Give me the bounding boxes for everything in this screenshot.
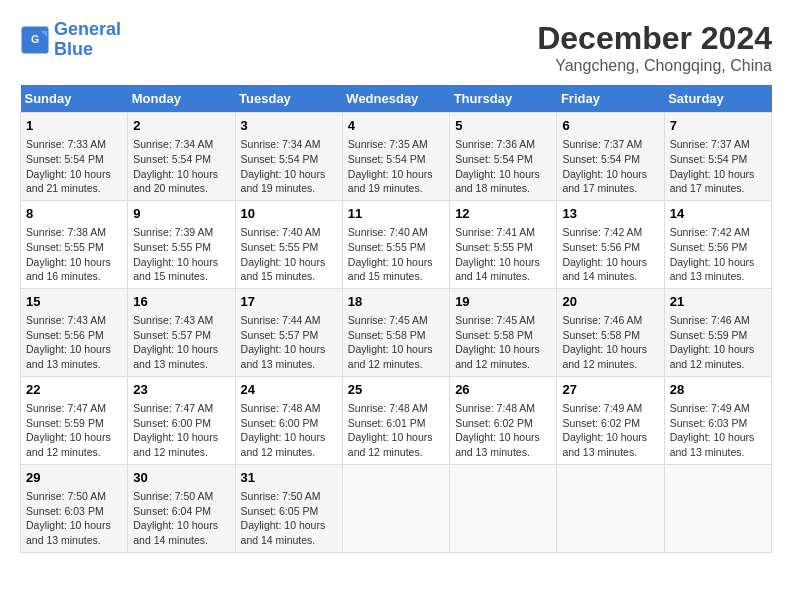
svg-text:G: G: [31, 33, 39, 45]
header-day-wednesday: Wednesday: [342, 85, 449, 113]
day-number: 7: [670, 117, 766, 135]
calendar-cell: 10Sunrise: 7:40 AMSunset: 5:55 PMDayligh…: [235, 200, 342, 288]
day-info: Sunrise: 7:45 AMSunset: 5:58 PMDaylight:…: [455, 313, 551, 372]
calendar-cell: 16Sunrise: 7:43 AMSunset: 5:57 PMDayligh…: [128, 288, 235, 376]
calendar-cell: 9Sunrise: 7:39 AMSunset: 5:55 PMDaylight…: [128, 200, 235, 288]
calendar-cell: 7Sunrise: 7:37 AMSunset: 5:54 PMDaylight…: [664, 113, 771, 201]
day-number: 4: [348, 117, 444, 135]
calendar-cell: 26Sunrise: 7:48 AMSunset: 6:02 PMDayligh…: [450, 376, 557, 464]
day-number: 26: [455, 381, 551, 399]
page-header: G General Blue December 2024 Yangcheng, …: [20, 20, 772, 75]
header-day-thursday: Thursday: [450, 85, 557, 113]
calendar-cell: 20Sunrise: 7:46 AMSunset: 5:58 PMDayligh…: [557, 288, 664, 376]
day-info: Sunrise: 7:37 AMSunset: 5:54 PMDaylight:…: [562, 137, 658, 196]
day-number: 16: [133, 293, 229, 311]
month-title: December 2024: [537, 20, 772, 57]
calendar-cell: 1Sunrise: 7:33 AMSunset: 5:54 PMDaylight…: [21, 113, 128, 201]
calendar-cell: 17Sunrise: 7:44 AMSunset: 5:57 PMDayligh…: [235, 288, 342, 376]
day-number: 31: [241, 469, 337, 487]
day-number: 11: [348, 205, 444, 223]
header-day-saturday: Saturday: [664, 85, 771, 113]
day-number: 15: [26, 293, 122, 311]
calendar-cell: 13Sunrise: 7:42 AMSunset: 5:56 PMDayligh…: [557, 200, 664, 288]
day-info: Sunrise: 7:49 AMSunset: 6:03 PMDaylight:…: [670, 401, 766, 460]
day-number: 28: [670, 381, 766, 399]
day-number: 29: [26, 469, 122, 487]
day-info: Sunrise: 7:34 AMSunset: 5:54 PMDaylight:…: [133, 137, 229, 196]
day-number: 24: [241, 381, 337, 399]
calendar-cell: 29Sunrise: 7:50 AMSunset: 6:03 PMDayligh…: [21, 464, 128, 552]
day-info: Sunrise: 7:44 AMSunset: 5:57 PMDaylight:…: [241, 313, 337, 372]
logo: G General Blue: [20, 20, 121, 60]
calendar-cell: 14Sunrise: 7:42 AMSunset: 5:56 PMDayligh…: [664, 200, 771, 288]
day-number: 25: [348, 381, 444, 399]
day-info: Sunrise: 7:46 AMSunset: 5:59 PMDaylight:…: [670, 313, 766, 372]
day-number: 30: [133, 469, 229, 487]
day-number: 23: [133, 381, 229, 399]
day-number: 2: [133, 117, 229, 135]
calendar-cell: 25Sunrise: 7:48 AMSunset: 6:01 PMDayligh…: [342, 376, 449, 464]
header-day-tuesday: Tuesday: [235, 85, 342, 113]
calendar-body: 1Sunrise: 7:33 AMSunset: 5:54 PMDaylight…: [21, 113, 772, 553]
calendar-cell: 27Sunrise: 7:49 AMSunset: 6:02 PMDayligh…: [557, 376, 664, 464]
day-info: Sunrise: 7:48 AMSunset: 6:00 PMDaylight:…: [241, 401, 337, 460]
day-info: Sunrise: 7:43 AMSunset: 5:57 PMDaylight:…: [133, 313, 229, 372]
calendar-cell: [557, 464, 664, 552]
calendar-table: SundayMondayTuesdayWednesdayThursdayFrid…: [20, 85, 772, 553]
day-number: 5: [455, 117, 551, 135]
calendar-cell: 6Sunrise: 7:37 AMSunset: 5:54 PMDaylight…: [557, 113, 664, 201]
day-number: 3: [241, 117, 337, 135]
title-block: December 2024 Yangcheng, Chongqing, Chin…: [537, 20, 772, 75]
calendar-cell: 19Sunrise: 7:45 AMSunset: 5:58 PMDayligh…: [450, 288, 557, 376]
location: Yangcheng, Chongqing, China: [537, 57, 772, 75]
calendar-cell: 2Sunrise: 7:34 AMSunset: 5:54 PMDaylight…: [128, 113, 235, 201]
logo-text: General Blue: [54, 20, 121, 60]
calendar-cell: 31Sunrise: 7:50 AMSunset: 6:05 PMDayligh…: [235, 464, 342, 552]
day-info: Sunrise: 7:47 AMSunset: 6:00 PMDaylight:…: [133, 401, 229, 460]
calendar-cell: 28Sunrise: 7:49 AMSunset: 6:03 PMDayligh…: [664, 376, 771, 464]
day-info: Sunrise: 7:40 AMSunset: 5:55 PMDaylight:…: [241, 225, 337, 284]
calendar-cell: 23Sunrise: 7:47 AMSunset: 6:00 PMDayligh…: [128, 376, 235, 464]
day-info: Sunrise: 7:35 AMSunset: 5:54 PMDaylight:…: [348, 137, 444, 196]
day-info: Sunrise: 7:38 AMSunset: 5:55 PMDaylight:…: [26, 225, 122, 284]
day-info: Sunrise: 7:42 AMSunset: 5:56 PMDaylight:…: [670, 225, 766, 284]
calendar-cell: [664, 464, 771, 552]
day-info: Sunrise: 7:50 AMSunset: 6:03 PMDaylight:…: [26, 489, 122, 548]
header-row: SundayMondayTuesdayWednesdayThursdayFrid…: [21, 85, 772, 113]
logo-line1: General: [54, 19, 121, 39]
calendar-cell: [450, 464, 557, 552]
header-day-sunday: Sunday: [21, 85, 128, 113]
day-info: Sunrise: 7:45 AMSunset: 5:58 PMDaylight:…: [348, 313, 444, 372]
day-info: Sunrise: 7:40 AMSunset: 5:55 PMDaylight:…: [348, 225, 444, 284]
day-number: 9: [133, 205, 229, 223]
day-info: Sunrise: 7:33 AMSunset: 5:54 PMDaylight:…: [26, 137, 122, 196]
calendar-cell: 30Sunrise: 7:50 AMSunset: 6:04 PMDayligh…: [128, 464, 235, 552]
day-number: 8: [26, 205, 122, 223]
day-info: Sunrise: 7:48 AMSunset: 6:02 PMDaylight:…: [455, 401, 551, 460]
day-number: 14: [670, 205, 766, 223]
week-row-1: 1Sunrise: 7:33 AMSunset: 5:54 PMDaylight…: [21, 113, 772, 201]
calendar-header: SundayMondayTuesdayWednesdayThursdayFrid…: [21, 85, 772, 113]
logo-line2: Blue: [54, 39, 93, 59]
day-info: Sunrise: 7:43 AMSunset: 5:56 PMDaylight:…: [26, 313, 122, 372]
day-number: 20: [562, 293, 658, 311]
calendar-cell: 3Sunrise: 7:34 AMSunset: 5:54 PMDaylight…: [235, 113, 342, 201]
day-info: Sunrise: 7:47 AMSunset: 5:59 PMDaylight:…: [26, 401, 122, 460]
day-info: Sunrise: 7:41 AMSunset: 5:55 PMDaylight:…: [455, 225, 551, 284]
day-info: Sunrise: 7:42 AMSunset: 5:56 PMDaylight:…: [562, 225, 658, 284]
day-info: Sunrise: 7:39 AMSunset: 5:55 PMDaylight:…: [133, 225, 229, 284]
calendar-cell: 22Sunrise: 7:47 AMSunset: 5:59 PMDayligh…: [21, 376, 128, 464]
calendar-cell: [342, 464, 449, 552]
day-number: 27: [562, 381, 658, 399]
day-info: Sunrise: 7:50 AMSunset: 6:05 PMDaylight:…: [241, 489, 337, 548]
calendar-cell: 15Sunrise: 7:43 AMSunset: 5:56 PMDayligh…: [21, 288, 128, 376]
calendar-cell: 11Sunrise: 7:40 AMSunset: 5:55 PMDayligh…: [342, 200, 449, 288]
day-number: 18: [348, 293, 444, 311]
calendar-cell: 24Sunrise: 7:48 AMSunset: 6:00 PMDayligh…: [235, 376, 342, 464]
day-info: Sunrise: 7:49 AMSunset: 6:02 PMDaylight:…: [562, 401, 658, 460]
week-row-4: 22Sunrise: 7:47 AMSunset: 5:59 PMDayligh…: [21, 376, 772, 464]
day-info: Sunrise: 7:36 AMSunset: 5:54 PMDaylight:…: [455, 137, 551, 196]
header-day-monday: Monday: [128, 85, 235, 113]
calendar-cell: 18Sunrise: 7:45 AMSunset: 5:58 PMDayligh…: [342, 288, 449, 376]
header-day-friday: Friday: [557, 85, 664, 113]
